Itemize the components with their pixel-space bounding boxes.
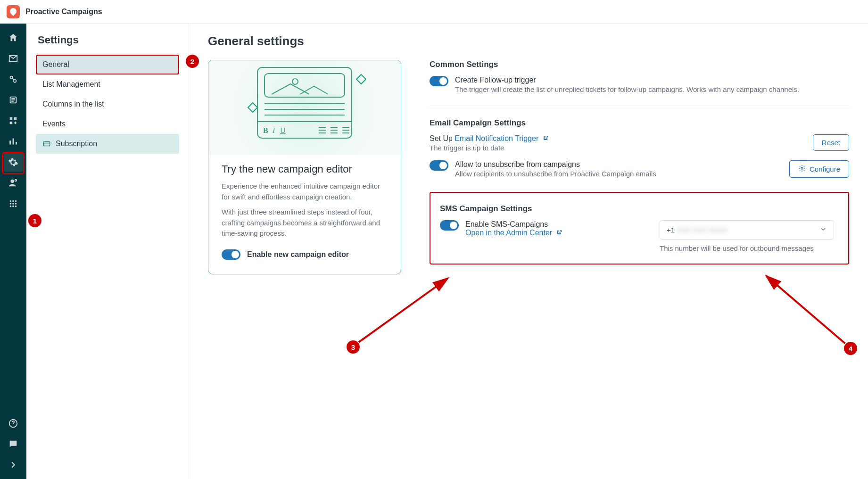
common-settings-heading: Common Settings — [430, 60, 849, 69]
external-link-icon — [543, 134, 548, 140]
svg-rect-5 — [10, 122, 13, 124]
sidebar-item-label: Columns in the list — [42, 100, 104, 108]
svg-point-16 — [15, 206, 17, 207]
app-title: Proactive Campaigns — [25, 8, 102, 16]
external-link-icon — [556, 229, 562, 234]
followup-trigger-toggle[interactable] — [430, 76, 448, 86]
chevron-down-icon — [819, 225, 827, 234]
sidebar-item-columns[interactable]: Columns in the list — [36, 94, 179, 114]
annotation-badge-3: 3 — [347, 340, 360, 354]
svg-point-15 — [12, 206, 14, 207]
svg-rect-18 — [43, 142, 50, 146]
settings-sidebar-title: Settings — [36, 34, 179, 46]
email-setup-row: Set Up Email Notification Trigger — [430, 134, 548, 143]
gear-icon — [798, 165, 806, 173]
nav-rail — [0, 24, 26, 479]
annotation-badge-4: 4 — [844, 342, 857, 355]
page-title: General settings — [208, 34, 849, 49]
nav-chat[interactable] — [4, 435, 23, 454]
svg-point-21 — [292, 79, 298, 84]
promo-paragraph-2: With just three streamlined steps instea… — [222, 207, 388, 239]
svg-point-13 — [15, 203, 17, 205]
app-logo-icon — [7, 5, 20, 18]
promo-illustration: B I U — [208, 60, 401, 155]
nav-team[interactable] — [4, 173, 23, 192]
sidebar-item-events[interactable]: Events — [36, 114, 179, 134]
svg-point-8 — [10, 200, 12, 202]
nav-help[interactable] — [4, 414, 23, 433]
app-header: Proactive Campaigns — [0, 0, 868, 24]
sidebar-item-subscription[interactable]: Subscription — [36, 134, 179, 154]
svg-point-38 — [801, 167, 803, 169]
admin-center-link[interactable]: Open in the Admin Center — [465, 229, 562, 237]
enable-sms-toggle[interactable] — [440, 220, 459, 231]
nav-connections[interactable] — [4, 70, 23, 89]
nav-apps[interactable] — [4, 194, 23, 213]
svg-text:I: I — [272, 126, 275, 134]
reset-button[interactable]: Reset — [813, 134, 849, 151]
annotation-badge-2: 2 — [186, 55, 199, 68]
enable-editor-toggle[interactable] — [222, 249, 240, 260]
followup-trigger-label: Create Follow-up trigger — [455, 76, 799, 84]
nav-lists[interactable] — [4, 91, 23, 109]
email-setup-prefix: Set Up — [430, 134, 455, 142]
nav-mail[interactable] — [4, 49, 23, 68]
svg-point-14 — [10, 206, 12, 207]
configure-button[interactable]: Configure — [789, 160, 849, 178]
sidebar-item-general[interactable]: General — [36, 55, 179, 74]
nav-analytics[interactable] — [4, 132, 23, 151]
unsubscribe-label: Allow to unsubscribe from campaigns — [455, 160, 656, 169]
sidebar-item-label: Events — [42, 120, 66, 128]
nav-expand[interactable] — [4, 455, 23, 474]
promo-paragraph-1: Experience the enhanced intuitive campai… — [222, 181, 388, 202]
enable-sms-label: Enable SMS-Campaigns — [465, 220, 562, 229]
unsubscribe-toggle[interactable] — [430, 160, 448, 171]
followup-trigger-desc: The trigger will create the list of unre… — [455, 85, 799, 93]
annotation-box-1 — [2, 152, 25, 174]
svg-point-9 — [12, 200, 14, 202]
svg-point-11 — [10, 203, 12, 205]
sidebar-item-label: General — [42, 60, 69, 69]
svg-point-7 — [15, 180, 17, 182]
sms-settings-highlight-box: SMS Campaign Settings Enable SMS-Campaig… — [430, 192, 849, 264]
svg-rect-4 — [14, 117, 17, 120]
annotation-badge-1: 1 — [28, 214, 41, 227]
phone-number-select[interactable]: +1 XXX XXX XXXX — [660, 220, 834, 240]
main-content: General settings B I — [189, 24, 868, 479]
sidebar-item-list-management[interactable]: List Management — [36, 74, 179, 94]
nav-widgets[interactable] — [4, 111, 23, 130]
sidebar-item-label: Subscription — [56, 140, 97, 148]
promo-heading: Try the new campaign editor — [222, 163, 388, 175]
sidebar-item-label: List Management — [42, 80, 100, 89]
svg-point-6 — [11, 180, 14, 183]
svg-text:U: U — [280, 126, 286, 134]
email-setup-status: The trigger is up to date — [430, 144, 548, 152]
svg-rect-3 — [10, 117, 13, 120]
svg-point-12 — [12, 203, 14, 205]
promo-card: B I U Try the new campaign editor — [208, 60, 401, 274]
email-notification-trigger-link[interactable]: Email Notification Trigger — [455, 134, 548, 142]
nav-home[interactable] — [4, 28, 23, 47]
enable-editor-label: Enable new campaign editor — [247, 250, 349, 259]
settings-sidebar: Settings General List Management Columns… — [26, 24, 189, 479]
svg-point-10 — [15, 200, 17, 202]
credit-card-icon — [42, 140, 51, 148]
unsubscribe-desc: Allow recipients to unsubscribe from Pro… — [455, 170, 656, 178]
svg-rect-20 — [265, 74, 345, 97]
email-settings-heading: Email Campaign Settings — [430, 118, 849, 128]
sms-settings-heading: SMS Campaign Settings — [440, 204, 839, 214]
phone-hint: This number will be used for outbound me… — [660, 244, 839, 252]
svg-text:B: B — [263, 126, 268, 134]
